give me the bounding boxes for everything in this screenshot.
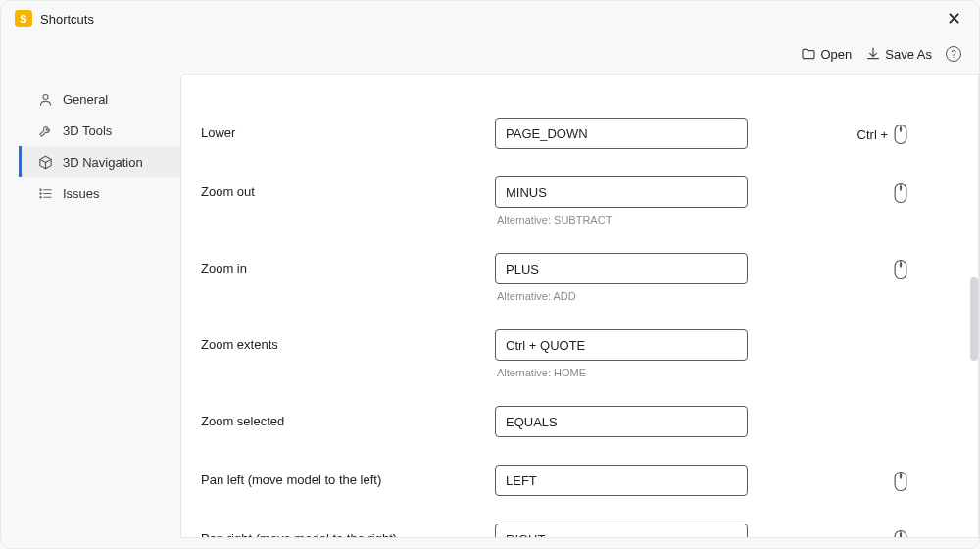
mouse-icon[interactable] [892, 124, 909, 145]
shortcut-row: LowerCtrl + [201, 104, 939, 163]
shortcut-alternative: Alternative: SUBTRACT [495, 214, 748, 225]
shortcut-label: Pan right (move model to the right) [201, 524, 495, 537]
shortcut-modifier: Ctrl + [858, 127, 888, 142]
scrollbar-thumb[interactable] [970, 277, 978, 361]
shortcut-extra [748, 406, 939, 412]
shortcut-extra [748, 524, 939, 537]
saveas-button[interactable]: Save As [865, 46, 932, 62]
close-button[interactable]: ✕ [942, 10, 965, 27]
shortcut-input-wrap: Alternative: ADD [495, 253, 748, 302]
mouse-icon[interactable] [892, 182, 909, 204]
sidebar-item-label: 3D Tools [63, 124, 112, 138]
shortcut-label: Zoom selected [201, 406, 495, 428]
shortcut-label: Zoom out [201, 176, 495, 199]
shortcut-extra: Ctrl + [748, 118, 939, 145]
shortcut-input[interactable] [495, 465, 748, 496]
shortcut-input[interactable] [495, 253, 748, 284]
shortcut-row: Zoom selected [201, 392, 939, 451]
svg-rect-21 [900, 533, 902, 537]
shortcut-input-wrap [495, 524, 748, 537]
mouse-icon[interactable] [892, 259, 909, 280]
shortcut-row: Zoom outAlternative: SUBTRACT [201, 163, 939, 239]
shortcut-input[interactable] [495, 176, 748, 208]
shortcut-extra [748, 465, 939, 492]
shortcut-alternative: Alternative: ADD [495, 290, 748, 302]
titlebar-left: S Shortcuts [15, 10, 94, 27]
shortcut-input-wrap [495, 118, 748, 149]
shortcut-extra [748, 176, 939, 204]
sidebar-item-general[interactable]: General [19, 83, 180, 115]
svg-point-0 [43, 94, 48, 99]
shortcut-extra [748, 253, 939, 280]
app-icon: S [15, 10, 32, 27]
shortcut-list[interactable]: LowerCtrl +Zoom outAlternative: SUBTRACT… [181, 75, 978, 537]
shortcut-row: Pan left (move model to the left) [201, 451, 939, 510]
sidebar-item-3d-tools[interactable]: 3D Tools [19, 115, 180, 146]
shortcut-row: Pan right (move model to the right) [201, 510, 939, 537]
svg-rect-9 [900, 127, 902, 131]
window-title: Shortcuts [40, 12, 94, 26]
svg-point-4 [39, 189, 40, 190]
shortcut-label: Lower [201, 118, 495, 140]
svg-rect-12 [900, 186, 902, 190]
shortcut-label: Zoom extents [201, 329, 495, 352]
open-button[interactable]: Open [801, 46, 852, 62]
shortcut-extra [748, 329, 939, 335]
shortcut-input[interactable] [495, 524, 748, 537]
content-panel: LowerCtrl +Zoom outAlternative: SUBTRACT… [180, 74, 979, 538]
shortcut-label: Pan left (move model to the left) [201, 465, 495, 487]
shortcut-alternative: Alternative: HOME [495, 367, 748, 378]
svg-rect-15 [900, 263, 902, 267]
open-label: Open [820, 47, 852, 62]
titlebar: S Shortcuts ✕ [1, 1, 979, 36]
wrench-icon [37, 123, 53, 138]
sidebar-item-label: General [63, 92, 108, 107]
toolbar: Open Save As ? [1, 36, 979, 74]
shortcut-input-wrap [495, 406, 748, 437]
shortcut-input[interactable] [495, 329, 748, 361]
sidebar-item-label: Issues [63, 186, 100, 201]
svg-point-5 [39, 192, 40, 193]
shortcut-label: Zoom in [201, 253, 495, 275]
folder-icon [801, 46, 816, 62]
list-icon [37, 185, 53, 201]
cube-icon [37, 154, 53, 170]
main: General 3D Tools 3D Navigation Issues Lo… [1, 74, 979, 538]
sidebar-item-issues[interactable]: Issues [19, 177, 180, 209]
shortcut-row: Zoom extentsAlternative: HOME [201, 316, 939, 392]
sidebar: General 3D Tools 3D Navigation Issues [19, 74, 180, 538]
svg-rect-18 [900, 474, 902, 478]
svg-point-6 [39, 196, 40, 197]
sidebar-item-label: 3D Navigation [63, 155, 143, 170]
user-icon [37, 91, 53, 107]
shortcut-input[interactable] [495, 118, 748, 149]
shortcut-input-wrap: Alternative: HOME [495, 329, 748, 378]
mouse-icon[interactable] [892, 529, 909, 537]
saveas-label: Save As [885, 47, 932, 62]
sidebar-item-3d-navigation[interactable]: 3D Navigation [19, 146, 180, 177]
mouse-icon[interactable] [892, 471, 909, 492]
shortcut-row: Zoom inAlternative: ADD [201, 239, 939, 316]
download-icon [865, 46, 881, 62]
shortcut-input[interactable] [495, 406, 748, 437]
shortcut-input-wrap: Alternative: SUBTRACT [495, 176, 748, 225]
shortcut-input-wrap [495, 465, 748, 496]
help-icon[interactable]: ? [946, 46, 961, 62]
